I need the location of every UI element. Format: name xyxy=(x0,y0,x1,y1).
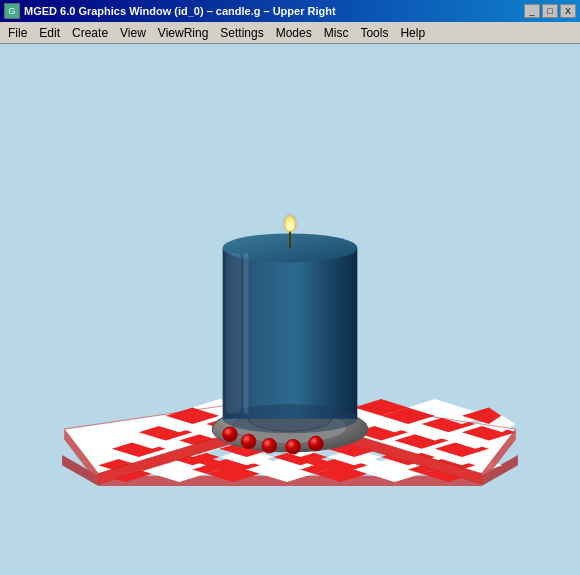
menu-settings[interactable]: Settings xyxy=(214,22,269,43)
menu-file[interactable]: File xyxy=(2,22,33,43)
close-button[interactable]: X xyxy=(560,4,576,18)
svg-point-82 xyxy=(223,404,358,433)
window-controls[interactable]: _ □ X xyxy=(524,4,576,18)
svg-point-79 xyxy=(309,436,324,451)
svg-point-77 xyxy=(262,438,277,453)
maximize-button[interactable]: □ xyxy=(542,4,558,18)
svg-rect-80 xyxy=(223,248,358,419)
menu-bar: File Edit Create View ViewRing Settings … xyxy=(0,22,580,44)
menu-viewring[interactable]: ViewRing xyxy=(152,22,214,43)
candle-body xyxy=(223,233,358,433)
minimize-button[interactable]: _ xyxy=(524,4,540,18)
svg-point-78 xyxy=(286,439,301,454)
title-bar: G MGED 6.0 Graphics Window (id_0) – cand… xyxy=(0,0,580,22)
svg-point-88 xyxy=(287,222,293,230)
menu-tools[interactable]: Tools xyxy=(354,22,394,43)
app-icon: G xyxy=(4,3,20,19)
menu-misc[interactable]: Misc xyxy=(318,22,355,43)
menu-modes[interactable]: Modes xyxy=(270,22,318,43)
svg-point-76 xyxy=(241,434,256,449)
menu-edit[interactable]: Edit xyxy=(33,22,66,43)
svg-rect-83 xyxy=(226,253,242,414)
menu-create[interactable]: Create xyxy=(66,22,114,43)
scene-svg xyxy=(0,44,580,575)
menu-help[interactable]: Help xyxy=(394,22,431,43)
svg-point-75 xyxy=(223,427,238,442)
window-title: MGED 6.0 Graphics Window (id_0) – candle… xyxy=(24,5,520,17)
viewport xyxy=(0,44,580,575)
menu-view[interactable]: View xyxy=(114,22,152,43)
svg-rect-84 xyxy=(243,253,248,414)
